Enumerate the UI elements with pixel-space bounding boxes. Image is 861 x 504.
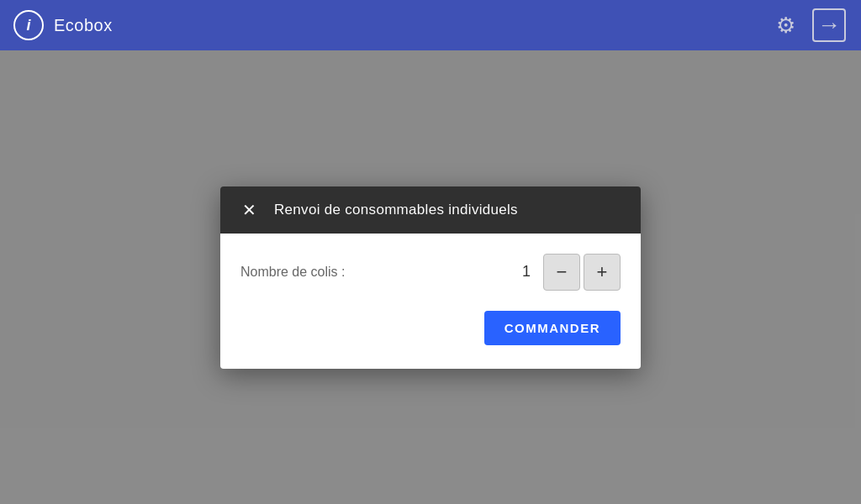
info-icon: i — [13, 10, 44, 40]
modal-body: Nombre de colis : 1 − + COMMANDER — [220, 234, 641, 369]
navbar-left: i Ecobox — [13, 10, 113, 40]
quantity-value: 1 — [513, 263, 540, 281]
modal-title: Renvoi de consommables individuels — [274, 202, 518, 218]
navbar: i Ecobox ⚙ → — [0, 0, 861, 50]
logout-icon: → — [812, 8, 846, 42]
modal-actions: COMMANDER — [240, 311, 621, 345]
quantity-controls: 1 − + — [513, 254, 621, 291]
modal-header: ✕ Renvoi de consommables individuels — [220, 186, 641, 234]
decrement-button[interactable]: − — [543, 254, 580, 291]
app-title: Ecobox — [54, 16, 113, 35]
quantity-row: Nombre de colis : 1 − + — [240, 254, 621, 291]
gear-icon: ⚙ — [776, 13, 795, 39]
commander-button[interactable]: COMMANDER — [484, 311, 621, 345]
settings-button[interactable]: ⚙ — [767, 7, 804, 44]
quantity-label: Nombre de colis : — [240, 265, 346, 280]
modal-dialog: ✕ Renvoi de consommables individuels Nom… — [220, 186, 641, 369]
modal-close-button[interactable]: ✕ — [237, 198, 261, 222]
logout-button[interactable]: → — [811, 7, 848, 44]
modal-overlay: ✕ Renvoi de consommables individuels Nom… — [0, 50, 861, 504]
navbar-right: ⚙ → — [767, 7, 848, 44]
increment-button[interactable]: + — [584, 254, 621, 291]
